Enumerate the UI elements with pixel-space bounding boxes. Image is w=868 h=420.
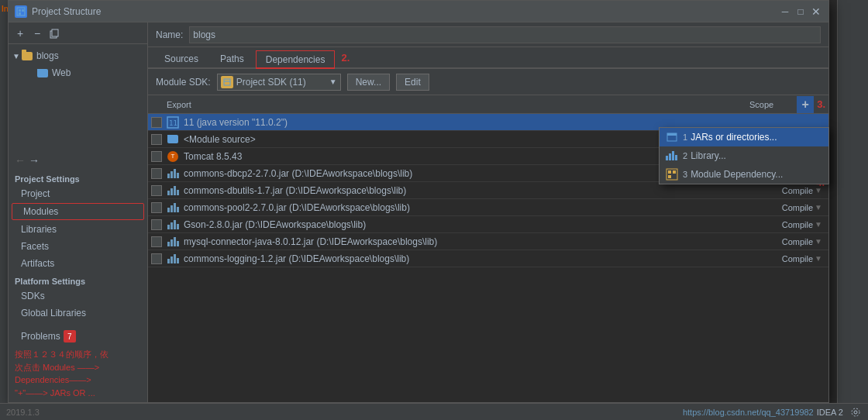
annotation-num3: 3. [817, 98, 825, 110]
dropdown-item-module-dep[interactable]: 3 Module Dependency... [660, 165, 828, 184]
add-dropdown-popup: 1 JARs or directories... 2 Library... 3 … [659, 127, 829, 184]
svg-rect-13 [668, 170, 671, 174]
tab-paths[interactable]: Paths [210, 49, 254, 67]
module-name-input[interactable] [189, 26, 821, 43]
dialog-title: Project Structure [32, 6, 779, 17]
dep-row-1[interactable]: commons-dbutils-1.7.jar (D:\IDEAworkspac… [148, 182, 828, 199]
dep-checkbox-5[interactable] [151, 202, 162, 213]
settings-icon[interactable] [849, 406, 862, 418]
sdk-select-icon [221, 76, 233, 88]
dep-row-3[interactable]: Gson-2.8.0.jar (D:\IDEAworkspace\blogs\l… [148, 216, 828, 233]
dep-scope-5[interactable]: Compile ▼ [763, 203, 825, 212]
svg-point-16 [854, 411, 857, 414]
back-arrow[interactable]: ← [15, 154, 26, 167]
dialog-titlebar: Project Structure ─ □ ✕ [9, 1, 828, 22]
svg-rect-6 [224, 79, 230, 85]
dep-name-4: commons-dbutils-1.7.jar (D:\IDEAworkspac… [184, 185, 763, 196]
sidebar-item-facets[interactable]: Facets [9, 238, 147, 255]
sidebar-item-libraries[interactable]: Libraries [9, 221, 147, 238]
sdk-select[interactable]: Project SDK (11) ▼ [217, 74, 341, 91]
dep-icon-jar-4 [167, 236, 179, 248]
dep-icon-jar-2 [167, 201, 179, 214]
dropdown-item-jars[interactable]: 1 JARs or directories... [660, 128, 828, 146]
sdk-label: Module SDK: [156, 77, 211, 88]
dep-row-4[interactable]: mysql-connector-java-8.0.12.jar (D:\IDEA… [148, 233, 828, 250]
left-toolbar: + − [9, 22, 147, 44]
sdk-row: Module SDK: Project SDK (11) ▼ New... Ed… [148, 69, 828, 95]
dep-row-2[interactable]: commons-pool2-2.7.0.jar (D:\IDEAworkspac… [148, 199, 828, 216]
version-text: 2019.1.3 [6, 408, 40, 417]
tab-sources[interactable]: Sources [154, 49, 208, 67]
dep-checkbox-4[interactable] [151, 185, 162, 196]
tree-label-blogs: blogs [36, 50, 59, 61]
copy-button[interactable] [46, 26, 62, 41]
dep-row-5[interactable]: commons-logging-1.2.jar (D:\IDEAworkspac… [148, 250, 828, 267]
scope-arrow-8: ▼ [815, 254, 822, 263]
bottom-bar: 2019.1.3 https://blog.csdn.net/qq_437199… [0, 403, 868, 420]
dep-checkbox-2[interactable] [151, 151, 162, 162]
library-icon [666, 150, 678, 162]
dep-name-8: commons-logging-1.2.jar (D:\IDEAworkspac… [184, 253, 763, 264]
dep-checkbox-6[interactable] [151, 219, 162, 230]
dialog-title-icon [15, 5, 27, 18]
svg-rect-1 [19, 9, 21, 12]
dep-name-6: Gson-2.8.0.jar (D:\IDEAworkspace\blogs\l… [184, 219, 763, 230]
dep-checkbox-3[interactable] [151, 168, 162, 179]
ide-version: IDEA 2 [817, 408, 843, 417]
sidebar-item-sdks[interactable]: SDKs [9, 287, 147, 305]
minimize-button[interactable]: ─ [779, 5, 791, 18]
svg-rect-3 [19, 12, 21, 15]
name-label: Name: [156, 29, 183, 40]
left-panel: + − ▼ blogs [9, 22, 148, 402]
tree-item-web[interactable]: Web [9, 64, 147, 81]
right-panel: Name: Sources Paths Dependencies 2. Modu… [148, 22, 828, 402]
svg-rect-15 [668, 175, 671, 178]
tab-dependencies[interactable]: Dependencies [256, 50, 336, 69]
tree-container: ▼ blogs Web [9, 44, 147, 151]
blog-url: https://blog.csdn.net/qq_43719982 [683, 408, 814, 417]
tree-label-web: Web [52, 67, 71, 78]
scope-column-header: Scope [718, 100, 795, 109]
scope-arrow-7: ▼ [815, 237, 822, 246]
close-button[interactable]: ✕ [810, 5, 822, 18]
ide-right-bar [837, 0, 868, 403]
sidebar-item-artifacts[interactable]: Artifacts [9, 255, 147, 272]
folder-icon-blogs [21, 50, 33, 62]
dep-icon-jar-1 [167, 184, 179, 197]
dep-scope-8[interactable]: Compile ▼ [763, 254, 825, 263]
svg-rect-11 [667, 133, 677, 136]
scope-arrow-6: ▼ [815, 220, 822, 229]
sidebar-item-modules[interactable]: Modules [12, 203, 144, 220]
dep-scope-6[interactable]: Compile ▼ [763, 220, 825, 229]
dep-checkbox-1[interactable] [151, 134, 162, 145]
sdk-dropdown-arrow: ▼ [329, 77, 337, 86]
dep-checkbox-0[interactable] [151, 117, 162, 128]
svg-rect-5 [52, 29, 58, 36]
add-dependency-button[interactable]: + [797, 96, 814, 113]
dep-name-5: commons-pool2-2.7.0.jar (D:\IDEAworkspac… [184, 202, 763, 213]
svg-rect-14 [673, 170, 676, 174]
module-dep-icon [666, 168, 678, 181]
sidebar-item-global-libraries[interactable]: Global Libraries [9, 305, 147, 322]
maximize-button[interactable]: □ [794, 5, 807, 18]
dropdown-item-library[interactable]: 2 Library... [660, 146, 828, 165]
dep-icon-jar-3 [167, 219, 179, 231]
add-button[interactable]: + [12, 26, 28, 41]
dep-checkbox-8[interactable] [151, 253, 162, 264]
remove-button[interactable]: − [29, 26, 45, 41]
dep-scope-7[interactable]: Compile ▼ [763, 237, 825, 246]
sidebar-item-project[interactable]: Project [9, 185, 147, 202]
svg-text:11: 11 [169, 119, 177, 127]
sidebar-item-problems[interactable]: Problems 7 [9, 328, 147, 345]
tabs-row: Sources Paths Dependencies 2. [148, 47, 828, 69]
forward-arrow[interactable]: → [29, 154, 40, 167]
dep-checkbox-7[interactable] [151, 236, 162, 247]
edit-sdk-button[interactable]: Edit [396, 74, 429, 91]
new-sdk-button[interactable]: New... [347, 74, 390, 91]
dep-icon-source [167, 133, 179, 146]
project-structure-dialog: Project Structure ─ □ ✕ + − ▼ [8, 0, 829, 403]
dep-name-0: 11 (java version "11.0.2") [184, 117, 763, 128]
export-column-header: Export [151, 100, 198, 109]
dialog-body: + − ▼ blogs [9, 22, 828, 402]
tree-item-blogs[interactable]: ▼ blogs [9, 47, 147, 64]
